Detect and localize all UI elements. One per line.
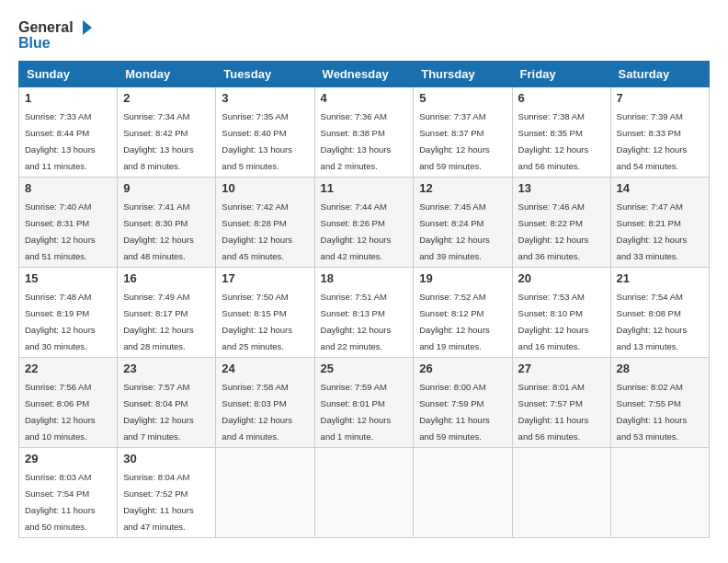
calendar-cell: 18 Sunrise: 7:51 AMSunset: 8:13 PMDaylig… (314, 267, 414, 357)
calendar-week-row: 8 Sunrise: 7:40 AMSunset: 8:31 PMDayligh… (19, 177, 710, 267)
calendar-table: SundayMondayTuesdayWednesdayThursdayFrid… (18, 61, 710, 538)
day-info: Sunrise: 8:03 AMSunset: 7:54 PMDaylight:… (25, 472, 96, 532)
day-info: Sunrise: 7:52 AMSunset: 8:12 PMDaylight:… (419, 292, 490, 351)
logo-container: General Blue (18, 18, 94, 52)
calendar-cell: 6 Sunrise: 7:38 AMSunset: 8:35 PMDayligh… (512, 86, 610, 177)
day-number: 28 (617, 362, 703, 375)
header-thursday: Thursday (414, 61, 512, 86)
calendar-cell: 28 Sunrise: 8:02 AMSunset: 7:55 PMDaylig… (610, 357, 709, 447)
calendar-cell: 7 Sunrise: 7:39 AMSunset: 8:33 PMDayligh… (610, 86, 709, 177)
calendar-cell: 19 Sunrise: 7:52 AMSunset: 8:12 PMDaylig… (414, 267, 512, 357)
day-info: Sunrise: 8:00 AMSunset: 7:59 PMDaylight:… (419, 382, 490, 442)
calendar-cell (512, 447, 610, 537)
day-number: 7 (617, 91, 703, 105)
day-info: Sunrise: 8:04 AMSunset: 7:52 PMDaylight:… (123, 472, 194, 532)
day-number: 12 (419, 181, 506, 195)
logo: General Blue (18, 18, 94, 52)
header-saturday: Saturday (610, 61, 709, 86)
day-info: Sunrise: 7:33 AMSunset: 8:44 PMDaylight:… (25, 111, 96, 171)
calendar-cell: 9 Sunrise: 7:41 AMSunset: 8:30 PMDayligh… (118, 177, 216, 267)
calendar-week-row: 22 Sunrise: 7:56 AMSunset: 8:06 PMDaylig… (19, 357, 710, 447)
day-info: Sunrise: 7:58 AMSunset: 8:03 PMDaylight:… (222, 382, 292, 442)
day-info: Sunrise: 7:50 AMSunset: 8:15 PMDaylight:… (222, 292, 292, 351)
calendar-cell (610, 447, 709, 537)
calendar-cell: 20 Sunrise: 7:53 AMSunset: 8:10 PMDaylig… (512, 267, 610, 357)
svg-marker-0 (83, 20, 92, 35)
header-wednesday: Wednesday (314, 61, 414, 86)
calendar-week-row: 15 Sunrise: 7:48 AMSunset: 8:19 PMDaylig… (19, 267, 710, 357)
day-info: Sunrise: 7:51 AMSunset: 8:13 PMDaylight:… (321, 292, 392, 351)
day-number: 4 (321, 91, 408, 105)
calendar-cell: 13 Sunrise: 7:46 AMSunset: 8:22 PMDaylig… (512, 177, 610, 267)
day-info: Sunrise: 7:46 AMSunset: 8:22 PMDaylight:… (518, 201, 589, 261)
calendar-cell: 8 Sunrise: 7:40 AMSunset: 8:31 PMDayligh… (19, 177, 118, 267)
day-info: Sunrise: 7:53 AMSunset: 8:10 PMDaylight:… (518, 292, 589, 351)
day-number: 24 (222, 362, 308, 375)
calendar-cell: 17 Sunrise: 7:50 AMSunset: 8:15 PMDaylig… (216, 267, 314, 357)
day-number: 19 (419, 271, 506, 285)
day-number: 10 (222, 181, 308, 195)
day-number: 23 (123, 362, 210, 375)
day-number: 27 (518, 362, 605, 375)
day-number: 14 (617, 181, 703, 195)
logo-arrow-icon (75, 18, 94, 37)
header-sunday: Sunday (19, 61, 118, 86)
calendar-header-row: SundayMondayTuesdayWednesdayThursdayFrid… (19, 61, 710, 86)
calendar-cell: 23 Sunrise: 7:57 AMSunset: 8:04 PMDaylig… (118, 357, 216, 447)
calendar-cell: 30 Sunrise: 8:04 AMSunset: 7:52 PMDaylig… (118, 447, 216, 537)
day-info: Sunrise: 7:56 AMSunset: 8:06 PMDaylight:… (25, 382, 96, 442)
day-number: 6 (518, 91, 605, 105)
calendar-cell: 2 Sunrise: 7:34 AMSunset: 8:42 PMDayligh… (118, 86, 216, 177)
day-number: 17 (222, 271, 308, 285)
calendar-cell: 11 Sunrise: 7:44 AMSunset: 8:26 PMDaylig… (314, 177, 414, 267)
day-number: 20 (518, 271, 605, 285)
day-info: Sunrise: 7:47 AMSunset: 8:21 PMDaylight:… (617, 201, 688, 261)
calendar-cell: 1 Sunrise: 7:33 AMSunset: 8:44 PMDayligh… (19, 86, 118, 177)
calendar-cell: 14 Sunrise: 7:47 AMSunset: 8:21 PMDaylig… (610, 177, 709, 267)
calendar-cell: 25 Sunrise: 7:59 AMSunset: 8:01 PMDaylig… (314, 357, 414, 447)
calendar-cell: 26 Sunrise: 8:00 AMSunset: 7:59 PMDaylig… (414, 357, 512, 447)
day-info: Sunrise: 7:38 AMSunset: 8:35 PMDaylight:… (518, 111, 589, 171)
calendar-cell (314, 447, 414, 537)
calendar-cell: 27 Sunrise: 8:01 AMSunset: 7:57 PMDaylig… (512, 357, 610, 447)
day-number: 26 (419, 362, 506, 375)
day-number: 5 (419, 91, 506, 105)
day-number: 30 (123, 452, 210, 465)
day-info: Sunrise: 7:57 AMSunset: 8:04 PMDaylight:… (123, 382, 194, 442)
day-number: 21 (617, 271, 703, 285)
calendar-cell: 5 Sunrise: 7:37 AMSunset: 8:37 PMDayligh… (414, 86, 512, 177)
logo-blue: Blue (18, 35, 94, 52)
logo-general: General (18, 19, 74, 36)
day-info: Sunrise: 7:54 AMSunset: 8:08 PMDaylight:… (617, 292, 688, 351)
day-info: Sunrise: 7:59 AMSunset: 8:01 PMDaylight:… (321, 382, 392, 442)
day-number: 22 (25, 362, 111, 375)
calendar-cell: 12 Sunrise: 7:45 AMSunset: 8:24 PMDaylig… (414, 177, 512, 267)
day-number: 13 (518, 181, 605, 195)
day-info: Sunrise: 7:44 AMSunset: 8:26 PMDaylight:… (321, 201, 392, 261)
day-info: Sunrise: 7:36 AMSunset: 8:38 PMDaylight:… (321, 111, 392, 171)
header-tuesday: Tuesday (216, 61, 314, 86)
calendar-week-row: 1 Sunrise: 7:33 AMSunset: 8:44 PMDayligh… (19, 86, 710, 177)
calendar-cell: 24 Sunrise: 7:58 AMSunset: 8:03 PMDaylig… (216, 357, 314, 447)
day-info: Sunrise: 7:37 AMSunset: 8:37 PMDaylight:… (419, 111, 490, 171)
calendar-week-row: 29 Sunrise: 8:03 AMSunset: 7:54 PMDaylig… (19, 447, 710, 537)
calendar-cell (414, 447, 512, 537)
day-info: Sunrise: 7:39 AMSunset: 8:33 PMDaylight:… (617, 111, 688, 171)
page-header: General Blue (18, 18, 710, 52)
day-number: 16 (123, 271, 210, 285)
calendar-cell: 4 Sunrise: 7:36 AMSunset: 8:38 PMDayligh… (314, 86, 414, 177)
day-info: Sunrise: 7:49 AMSunset: 8:17 PMDaylight:… (123, 292, 194, 351)
calendar-cell (216, 447, 314, 537)
day-number: 15 (25, 271, 111, 285)
calendar-cell: 3 Sunrise: 7:35 AMSunset: 8:40 PMDayligh… (216, 86, 314, 177)
calendar-cell: 29 Sunrise: 8:03 AMSunset: 7:54 PMDaylig… (19, 447, 118, 537)
calendar-cell: 16 Sunrise: 7:49 AMSunset: 8:17 PMDaylig… (118, 267, 216, 357)
day-number: 3 (222, 91, 308, 105)
day-number: 29 (25, 452, 111, 465)
day-number: 25 (321, 362, 408, 375)
day-info: Sunrise: 7:42 AMSunset: 8:28 PMDaylight:… (222, 201, 292, 261)
day-number: 18 (321, 271, 408, 285)
calendar-cell: 21 Sunrise: 7:54 AMSunset: 8:08 PMDaylig… (610, 267, 709, 357)
day-info: Sunrise: 7:40 AMSunset: 8:31 PMDaylight:… (25, 201, 96, 261)
calendar-cell: 15 Sunrise: 7:48 AMSunset: 8:19 PMDaylig… (19, 267, 118, 357)
